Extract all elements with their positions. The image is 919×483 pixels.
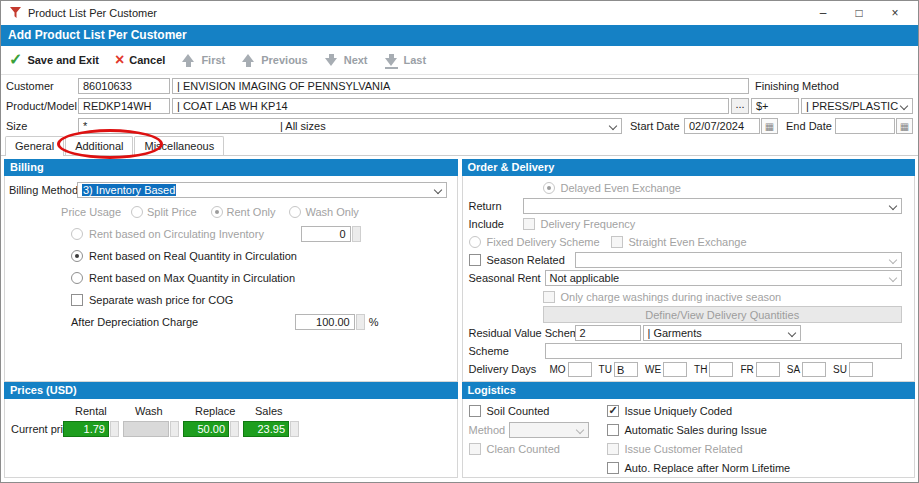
prices-section-header: Prices (USD) [4,382,458,399]
tab-miscellaneous[interactable]: Miscellaneous [134,136,224,155]
residual-scheme-select[interactable]: | Garments [643,325,801,341]
toolbar: ✓ Save and Exit × Cancel First Previous … [1,46,918,75]
first-button[interactable]: First [181,53,225,68]
scheme-label: Scheme [469,345,543,357]
delivery-day-fr: FR [740,362,779,377]
delivery-day-tu-input[interactable]: B [614,362,638,377]
delivery-day-mo-input[interactable] [568,362,592,377]
season-related-select[interactable] [575,252,903,268]
issue-uniquely-coded-checkbox[interactable] [607,405,619,417]
rent-real-radio[interactable] [71,250,83,262]
customer-name-input[interactable]: | ENVISION IMAGING OF PENNSYLVANIA [172,78,749,94]
after-depreciation-input[interactable]: 100.00 [295,314,355,330]
billing-section-header: Billing [4,159,458,176]
split-price-label: Split Price [147,206,197,218]
delivery-day-su-input[interactable] [849,362,873,377]
rent-circulating-label: Rent based on Circulating Inventory [89,228,264,240]
soil-counted-checkbox[interactable] [469,405,481,417]
right-panel: Order & Delivery Delayed Even Exchange R… [462,159,916,478]
split-price-radio[interactable] [131,206,143,218]
auto-replace-checkbox[interactable] [607,462,619,474]
spin-button[interactable] [290,421,299,437]
save-and-exit-button[interactable]: ✓ Save and Exit [9,52,99,68]
spin-button[interactable] [110,421,119,437]
maximize-button[interactable]: □ [844,6,874,20]
delayed-even-exchange-row: Delayed Even Exchange [463,179,915,196]
previous-button[interactable]: Previous [241,53,307,68]
rent-max-radio[interactable] [71,272,83,284]
next-button[interactable]: Next [324,53,368,68]
delivery-days-label: Delivery Days [469,363,543,375]
residual-scheme-code-input[interactable]: 2 [575,325,641,341]
order-delivery-section-header: Order & Delivery [462,159,916,176]
fixed-delivery-scheme-label: Fixed Delivery Scheme [487,236,611,248]
billing-section: Billing Method 3) Inventory Based Price … [4,176,458,382]
delivery-day-th-input[interactable] [709,362,733,377]
end-date-input[interactable] [835,118,895,134]
chevron-down-icon [609,121,617,129]
define-view-delivery-quantities-button[interactable]: Define/View Delivery Quantities [543,306,903,323]
circulating-inventory-input[interactable]: 0 [301,226,351,242]
separate-wash-checkbox[interactable] [71,294,83,306]
rent-circulating-radio[interactable] [71,228,83,240]
rental-price-input[interactable]: 1.79 [63,421,109,437]
delivery-frequency-checkbox[interactable] [523,218,535,230]
fixed-delivery-scheme-radio[interactable] [469,236,481,248]
rental-price-cell: 1.79 [63,421,123,437]
chevron-down-icon [433,185,441,193]
soil-counted-label: Soil Counted [487,405,550,417]
spin-button[interactable] [356,314,365,330]
cancel-button[interactable]: × Cancel [115,52,165,68]
logistics-row-2: Method Automatic Sales during Issue [463,422,915,438]
only-charge-row: Only charge washings during inactive sea… [463,288,915,305]
tab-general[interactable]: General [5,136,64,156]
start-date-input[interactable]: 02/07/2024 [684,118,760,134]
window-title: Product List Per Customer [28,7,157,19]
return-select[interactable] [523,198,903,214]
arrow-up-icon [181,53,196,68]
dialog-window: Product List Per Customer – □ × Add Prod… [0,0,919,483]
billing-method-select[interactable]: 3) Inventory Based [77,182,447,198]
browse-button[interactable]: ... [731,98,749,114]
delayed-even-exchange-radio[interactable] [543,182,555,194]
issue-customer-related-checkbox[interactable] [607,443,619,455]
finishing-method-value: | PRESS/PLASTIC [806,100,898,112]
size-label: Size [6,120,76,132]
seasonal-rent-select[interactable]: Not applicable [545,270,903,286]
spin-button[interactable] [352,226,361,242]
after-depreciation-row: After Depreciation Charge 100.00 % [5,313,457,330]
delivery-day-we-input[interactable] [663,362,687,377]
tab-additional[interactable]: Additional [65,136,133,155]
wash-only-radio[interactable] [289,206,301,218]
size-select[interactable]: * | All sizes [78,118,622,134]
close-button[interactable]: × [880,6,910,20]
clean-counted-label: Clean Counted [487,443,560,455]
calendar-icon[interactable]: ▦ [761,118,778,134]
customer-code-input[interactable]: 86010633 [78,78,170,94]
minimize-button[interactable]: – [808,6,838,20]
only-charge-checkbox[interactable] [543,291,555,303]
season-related-checkbox[interactable] [469,254,481,266]
size-row: Size * | All sizes Start Date 02/07/2024… [1,116,918,135]
billing-method-row: Billing Method 3) Inventory Based [5,181,457,198]
rent-only-label: Rent Only [227,206,276,218]
last-button[interactable]: Last [384,53,427,68]
delivery-day-sa-input[interactable] [802,362,826,377]
finishing-code-input[interactable]: $+ [751,98,799,114]
rent-only-radio[interactable] [211,206,223,218]
day-label-we: WE [645,364,661,375]
product-name-input[interactable]: | COAT LAB WH KP14 [172,98,729,114]
order-delivery-section: Delayed Even Exchange Return Include Del… [462,176,916,382]
delivery-day-fr-input[interactable] [756,362,780,377]
finishing-method-select[interactable]: | PRESS/PLASTIC [801,98,913,114]
straight-even-exchange-checkbox[interactable] [611,236,623,248]
next-label: Next [344,54,368,66]
product-code-input[interactable]: REDKP14WH [78,98,170,114]
calendar-icon[interactable]: ▦ [896,118,913,134]
sales-price-input[interactable]: 23.95 [243,421,289,437]
clean-counted-checkbox[interactable] [469,443,481,455]
spin-button[interactable] [230,421,239,437]
automatic-sales-checkbox[interactable] [607,424,619,436]
scheme-input[interactable] [545,343,903,359]
replace-price-input[interactable]: 50.00 [183,421,229,437]
